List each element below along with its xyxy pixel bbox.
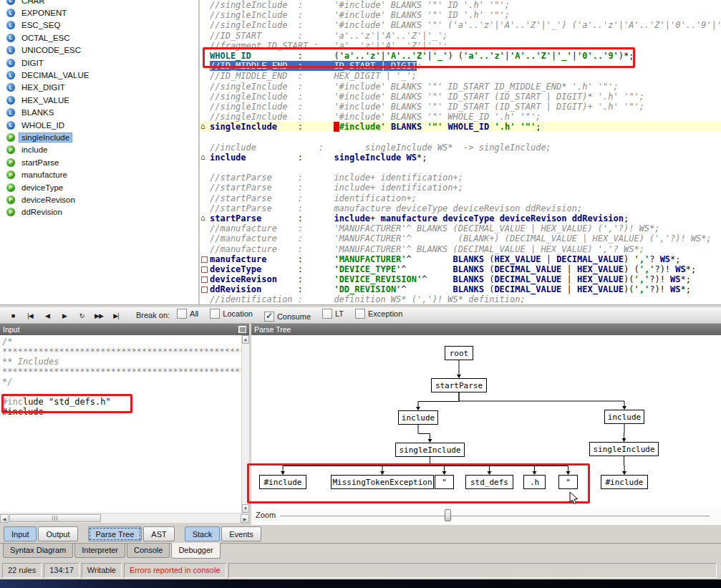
tree-item-singleInclude[interactable]: PsingleInclude [0, 131, 198, 143]
editor-line[interactable]: //include : singleInclude WS* -> singleI… [200, 143, 721, 153]
checkbox-unchecked[interactable] [177, 309, 187, 319]
tree-item-DIGIT[interactable]: LDIGIT [0, 57, 198, 69]
editor-line[interactable]: deviceRevison : 'DEVICE_REVISION'^ BLANK… [200, 274, 721, 284]
checkbox-unchecked[interactable] [355, 309, 365, 319]
parse-tree-node-leaf-std-defs[interactable]: std_defs [465, 475, 513, 489]
input-line[interactable]: #include [2, 407, 241, 417]
replay-button[interactable]: ↻ [73, 309, 90, 322]
parse-tree-node-leaf-quote-1[interactable]: " [435, 475, 454, 489]
tab-syntax-diagram[interactable]: Syntax Diagram [3, 544, 73, 558]
scroll-down-icon[interactable]: ▼ [242, 504, 249, 513]
editor-line[interactable]: //singleInclude : '#include' BLANKS '"' … [200, 10, 721, 20]
tree-item-HEX_DIGIT[interactable]: LHEX_DIGIT [0, 82, 198, 94]
tree-item-HEX_VALUE[interactable]: LHEX_VALUE [0, 94, 198, 106]
parse-tree-node-leaf-h[interactable]: .h [523, 475, 546, 489]
editor-line[interactable]: deviceType : 'DEVICE_TYPE'^ BLANKS (DECI… [200, 264, 721, 274]
grammar-editor[interactable]: //singleInclude : '#include' BLANKS '"' … [200, 0, 721, 304]
fast-forward-button[interactable]: ▶▶ [90, 309, 107, 322]
rule-start-marker-icon[interactable]: ⌂ [200, 213, 205, 223]
editor-line[interactable]: //singleInclude : '#include' BLANKS '"' … [200, 102, 721, 112]
checkbox-unchecked[interactable] [322, 309, 332, 319]
parse-tree-node-include-2[interactable]: include [604, 410, 644, 424]
input-line[interactable] [2, 387, 241, 397]
input-line[interactable]: #include "std_defs.h" [2, 397, 241, 407]
tree-item-deviceRevison[interactable]: PdeviceRevison [0, 193, 198, 206]
editor-line[interactable]: ⌂singleInclude : '#include' BLANKS '"' W… [200, 122, 721, 132]
go-to-start-button[interactable]: |◀ [21, 309, 39, 322]
editor-line[interactable]: manufacture : 'MANUFACTURER'^ BLANKS (HE… [200, 254, 721, 264]
rule-marker-icon[interactable] [201, 266, 208, 273]
editor-code[interactable]: //singleInclude : '#include' BLANKS '"' … [200, 0, 721, 304]
editor-line[interactable]: ⌂startParse : include+ manufacture devic… [200, 213, 721, 223]
editor-line[interactable] [200, 163, 721, 173]
scroll-left-icon[interactable]: ◀ [0, 514, 9, 523]
editor-line[interactable]: //startParse : include+ identification+; [200, 183, 721, 193]
rule-start-marker-icon[interactable]: ⌂ [200, 153, 205, 163]
editor-line[interactable]: //manufacture : 'MANUFACTURER'^ BLANKS (… [200, 223, 721, 233]
view-button-parse-tree[interactable]: Parse Tree [88, 526, 142, 541]
parse-tree-node-startParse[interactable]: startParse [431, 378, 487, 392]
tree-item-ddRevision[interactable]: PddRevision [0, 206, 198, 218]
editor-line[interactable]: //singleInclude : '#include' BLANKS '"' … [200, 82, 721, 92]
editor-line[interactable]: //singleInclude : '#include' BLANKS '"' … [200, 92, 721, 102]
rule-marker-icon[interactable] [201, 276, 208, 283]
input-line[interactable]: ****************************************… [2, 347, 241, 357]
editor-line[interactable]: //startParse : manufacture deviceType de… [200, 203, 721, 213]
parse-tree-node-leaf-mte[interactable]: MissingTokenException [331, 475, 434, 489]
rule-start-marker-icon[interactable]: ⌂ [200, 122, 205, 132]
tree-item-include[interactable]: Pinclude [0, 144, 198, 156]
zoom-slider-track[interactable] [280, 516, 710, 516]
tree-item-manufacture[interactable]: Pmanufacture [0, 168, 198, 180]
view-button-stack[interactable]: Stack [185, 526, 221, 541]
view-button-output[interactable]: Output [38, 526, 77, 541]
parse-tree-node-root[interactable]: root [445, 346, 473, 360]
tree-item-BLANKS[interactable]: LBLANKS [0, 107, 198, 119]
rule-marker-icon[interactable] [201, 256, 208, 263]
scroll-right-icon[interactable]: ▶ [241, 514, 249, 523]
scrollbar-thumb[interactable] [9, 514, 101, 522]
parse-tree-node-singleInclude-1[interactable]: singleInclude [395, 443, 465, 457]
parse-tree-node-leaf-include-1[interactable]: #include [259, 475, 306, 489]
input-horizontal-scrollbar[interactable]: ◀ ▶ [0, 513, 249, 523]
breakpoint-option-all[interactable]: All [177, 309, 198, 319]
view-button-events[interactable]: Events [221, 526, 261, 541]
editor-line[interactable]: //singleInclude : '#include' BLANKS '"' … [200, 112, 721, 122]
view-button-ast[interactable]: AST [143, 526, 174, 541]
tree-item-startParse[interactable]: PstartParse [0, 156, 198, 168]
parse-tree-node-leaf-include-2[interactable]: #include [601, 475, 648, 489]
input-line[interactable]: ** Includes [2, 357, 241, 367]
editor-line[interactable]: //fragment ID_START : 'a'..'z'|'A'..'Z'|… [200, 41, 721, 51]
tree-item-DECIMAL_VALUE[interactable]: LDECIMAL_VALUE [0, 69, 198, 81]
tree-item-deviceType[interactable]: PdeviceType [0, 181, 198, 193]
rule-marker-icon[interactable] [201, 286, 208, 293]
breakpoint-option-lt[interactable]: LT [322, 309, 344, 319]
input-line[interactable]: */ [2, 377, 241, 387]
tree-item-CHAR[interactable]: LCHAR [0, 0, 198, 6]
detach-panel-icon[interactable] [238, 326, 246, 333]
tab-interpreter[interactable]: Interpreter [74, 544, 125, 558]
parse-tree-node-singleInclude-2[interactable]: singleInclude [589, 442, 659, 456]
input-vertical-scrollbar[interactable]: ▲ ▼ [241, 335, 249, 513]
zoom-slider-thumb[interactable] [445, 509, 451, 521]
parse-tree-node-leaf-quote-2[interactable]: " [558, 475, 578, 489]
scroll-up-icon[interactable]: ▲ [242, 335, 249, 344]
editor-line[interactable]: //manufacture : 'MANUFACTURER'^ (BLANK+)… [200, 233, 721, 244]
tab-console[interactable]: Console [127, 544, 170, 558]
editor-line[interactable]: //startParse : identification+; [200, 193, 721, 203]
step-back-button[interactable]: ◀ [39, 309, 56, 322]
view-button-input[interactable]: Input [4, 526, 37, 541]
editor-line[interactable]: //identification : definition WS* (',')!… [200, 294, 721, 304]
tree-item-OCTAL_ESC[interactable]: LOCTAL_ESC [0, 32, 198, 44]
editor-line[interactable]: //startParse : include+ identification+; [200, 173, 721, 183]
parse-tree-canvas[interactable]: rootstartParseincludeincludesingleInclud… [251, 335, 721, 507]
tab-debugger[interactable]: Debugger [171, 543, 220, 559]
editor-line[interactable]: ⌂include : singleInclude WS*; [200, 153, 721, 163]
tree-item-ESC_SEQ[interactable]: LESC_SEQ [0, 19, 198, 32]
tree-item-UNICODE_ESC[interactable]: LUNICODE_ESC [0, 44, 198, 57]
checkbox-unchecked[interactable] [210, 309, 220, 319]
play-button[interactable]: ▶ [56, 309, 73, 322]
debug-input-text[interactable]: /***************************************… [0, 335, 241, 513]
editor-line[interactable]: //ID_MIDDLE_END : HEX_DIGIT | '_'; [200, 71, 721, 81]
editor-line[interactable]: //singleInclude : '#include' BLANKS '"' … [200, 20, 721, 30]
breakpoint-option-exception[interactable]: Exception [355, 309, 402, 319]
